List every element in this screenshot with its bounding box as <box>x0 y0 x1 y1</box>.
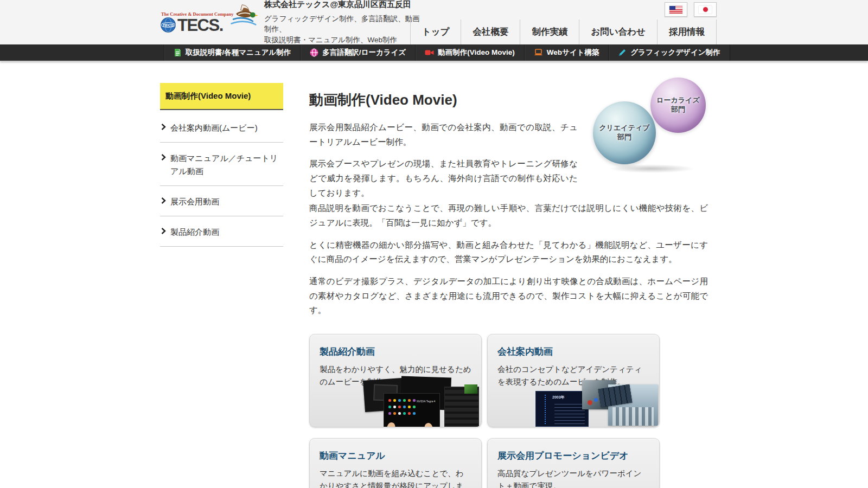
language-japanese-button[interactable] <box>694 2 717 17</box>
chevron-right-icon <box>161 197 166 204</box>
services-nav-web[interactable]: Webサイト構築 <box>524 44 609 61</box>
services-nav-manuals[interactable]: 取扱説明書/各種マニュアル制作 <box>164 44 300 61</box>
card-description: 会社のコンセプトなどアイデンティティを表現するためのムービーを制作。 <box>497 363 649 389</box>
card-product-intro-video[interactable]: 製品紹介動画 製品をわかりやすく、魅力的に見せるためのムービーを制作。 NVID… <box>309 334 482 427</box>
top-nav-recruit[interactable]: 採用情報 <box>657 20 717 44</box>
site-header: The Creative & Document Company TECS TEC… <box>0 0 868 44</box>
sidebar-item-exhibition-video[interactable]: 展示会用動画 <box>160 186 283 216</box>
hand-shape <box>424 422 434 427</box>
card-exhibition-promotion-video[interactable]: 展示会用プロモーションビデオ 高品質なプレゼンツールをパワーポイント＋動画で実現… <box>487 438 660 488</box>
video-camera-icon <box>425 49 434 56</box>
chevron-right-icon <box>161 154 166 160</box>
card-description: 製品をわかりやすく、魅力的に見せるためのムービーを制作。 <box>320 363 471 389</box>
top-nav-company-overview[interactable]: 会社概要 <box>461 20 520 44</box>
top-navigation: トップ 会社概要 制作実績 お問い合わせ 採用情報 <box>410 20 717 44</box>
division-spheres-graphic: ローカライズ 部門 クリエイティブ 部門 <box>593 78 708 171</box>
sidebar-current-section: 動画制作(Video Movie) <box>160 83 283 110</box>
services-nav-video[interactable]: 動画制作(Video Movie) <box>415 44 524 61</box>
card-description: マニュアルに動画を組み込むことで、わかりやすさと情報量が格段にアップします。 <box>320 467 471 488</box>
localize-division-sphere: ローカライズ 部門 <box>650 78 706 133</box>
pencil-icon <box>618 48 627 57</box>
chevron-right-icon <box>161 228 166 234</box>
card-company-intro-video[interactable]: 会社案内動画 会社のコンセプトなどアイデンティティを表現するためのムービーを制作… <box>487 334 660 427</box>
card-title: 製品紹介動画 <box>320 345 471 358</box>
card-title: 動画マニュアル <box>320 450 471 462</box>
sidebar: 動画制作(Video Movie) 会社案内動画(ムービー) 動画マニュアル／チ… <box>160 83 283 488</box>
sidebar-item-company-intro-video[interactable]: 会社案内動画(ムービー) <box>160 112 283 143</box>
sidebar-item-product-intro-video[interactable]: 製品紹介動画 <box>160 216 283 247</box>
us-flag-icon <box>669 6 682 14</box>
flying-duck-icon <box>227 4 259 31</box>
language-switcher <box>665 2 717 17</box>
top-nav-contact[interactable]: お問い合わせ <box>579 20 657 44</box>
monitor-icon <box>534 49 543 56</box>
brand-text: TECS. <box>177 17 223 34</box>
company-title: 株式会社テックス@東京品川区西五反田 <box>264 0 427 10</box>
service-cards: 製品紹介動画 製品をわかりやすく、魅力的に見せるためのムービーを制作。 NVID… <box>309 334 708 488</box>
tecs-logo[interactable]: The Creative & Document Company TECS TEC… <box>160 11 252 34</box>
svg-text:TECS: TECS <box>162 23 174 28</box>
card-video-manual[interactable]: 動画マニュアル マニュアルに動画を組み込むことで、わかりやすさと情報量が格段にア… <box>309 438 482 488</box>
top-nav-home[interactable]: トップ <box>410 20 461 44</box>
tecs-globe-icon: TECS <box>160 17 176 33</box>
language-english-button[interactable] <box>665 2 687 17</box>
sidebar-item-video-manual-tutorial[interactable]: 動画マニュアル／チュートリアル動画 <box>160 143 283 186</box>
visual-explanation-paragraph: 商品説明を動画でおこなうことで、再現の難しい手順や、言葉だけでは説明しにくい機能… <box>309 201 708 230</box>
main-content: ローカライズ 部門 クリエイティブ 部門 動画制作(Video Movie) 展… <box>309 83 708 488</box>
company-description: グラフィックデザイン制作、多言語翻訳、動画制作、 取扱説明書・マニュアル制作、W… <box>264 14 427 46</box>
sphere-shadow <box>608 164 695 173</box>
cost-reduction-paragraph: 通常のビデオ撮影プラス、デジタルデータの加工により創り出す映像との合成動画は、ホ… <box>309 274 708 318</box>
company-video-thumbnails: 2003年 <box>535 384 658 427</box>
card-title: 展示会用プロモーションビデオ <box>497 450 649 462</box>
card-description: 高品質なプレゼンツールをパワーポイント＋動画で実現。 <box>497 467 649 488</box>
top-nav-works[interactable]: 制作実績 <box>520 20 579 44</box>
page: The Creative & Document Company TECS TEC… <box>0 0 868 488</box>
services-nav-translation[interactable]: 多言語翻訳/ローカライズ <box>300 44 415 61</box>
document-icon <box>174 48 182 57</box>
services-navigation: 取扱説明書/各種マニュアル制作 多言語翻訳/ローカライズ 動画制作(Video … <box>0 44 868 61</box>
company-info: 株式会社テックス@東京品川区西五反田 グラフィックデザイン制作、多言語翻訳、動画… <box>264 0 427 45</box>
globe-icon <box>310 48 318 57</box>
services-nav-graphic-design[interactable]: グラフィックデザイン制作 <box>608 44 730 61</box>
creative-division-sphere: クリエイティブ 部門 <box>593 101 656 164</box>
card-title: 会社案内動画 <box>497 345 649 358</box>
japan-flag-icon <box>699 6 712 14</box>
chevron-right-icon <box>161 124 166 130</box>
precision-equipment-paragraph: とくに精密機器の細かい部分描写や、動画と組み合わせた「見てわかる」機能説明など、… <box>309 238 708 267</box>
hand-shape <box>386 421 397 427</box>
